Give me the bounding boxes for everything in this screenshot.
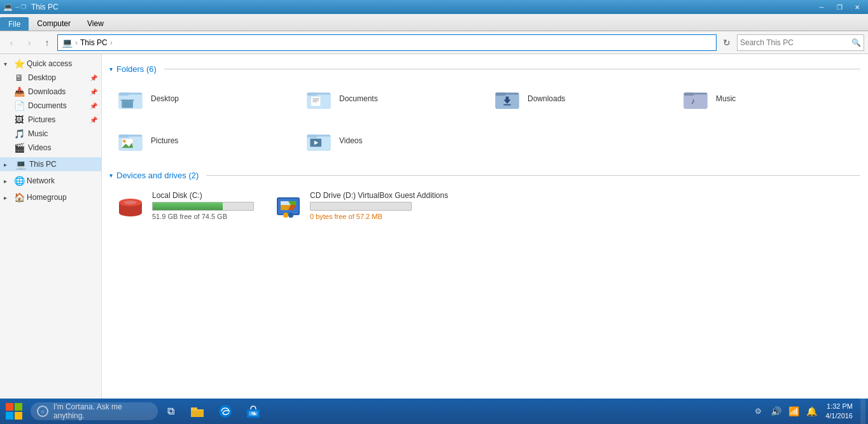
svg-point-43 — [288, 213, 293, 218]
network-section: ▸ 🌐 Network — [0, 174, 101, 188]
close-button[interactable]: ✕ — [849, 1, 865, 13]
taskbar-store[interactable]: 🛍 — [239, 399, 267, 424]
taskbar: ○ I'm Cortana. Ask me anything. ⧉ — [0, 399, 868, 424]
svg-rect-45 — [15, 403, 22, 411]
sidebar-network-label: Network — [27, 176, 55, 185]
taskbar-edge[interactable] — [211, 399, 239, 424]
downloads-folder-large-icon — [492, 83, 522, 114]
drive-c-progress-bar — [152, 202, 254, 211]
tray-settings-icon[interactable]: ⚙ — [750, 404, 766, 419]
sidebar-this-pc-label: This PC — [29, 160, 57, 169]
svg-rect-8 — [311, 97, 320, 106]
network-expand-icon: ▸ — [4, 178, 11, 185]
title-bar-minimize-icon: ─ ❐ — [15, 4, 26, 10]
content-area: ▾ Folders (6) Desk — [102, 54, 868, 399]
svg-rect-3 — [122, 101, 133, 108]
tray-volume-icon[interactable]: 🔊 — [768, 404, 783, 419]
sidebar-homegroup-label: Homegroup — [27, 193, 67, 202]
show-desktop-button[interactable] — [860, 399, 865, 424]
cortana-bar[interactable]: ○ I'm Cortana. Ask me anything. — [31, 402, 158, 420]
path-this-pc: This PC — [80, 38, 108, 47]
pictures-folder-large-icon — [115, 125, 146, 156]
drive-c-progress-fill — [153, 202, 223, 210]
network-icon: 🌐 — [14, 176, 24, 186]
svg-rect-50 — [191, 411, 204, 417]
homegroup-icon: 🏠 — [14, 192, 24, 202]
svg-rect-46 — [6, 412, 13, 420]
folders-grid: Desktop Do — [109, 79, 860, 160]
start-button[interactable] — [0, 399, 28, 424]
sidebar-item-videos[interactable]: 🎬 Videos — [0, 141, 101, 155]
folders-section: ▾ Folders (6) Desk — [109, 64, 860, 160]
ribbon: File Computer View — [0, 14, 868, 31]
folder-downloads[interactable]: Downloads — [486, 79, 672, 118]
tab-computer[interactable]: Computer — [29, 16, 79, 31]
folder-pictures[interactable]: Pictures — [109, 121, 295, 160]
desktop-folder-name: Desktop — [151, 94, 179, 103]
videos-folder-icon: 🎬 — [14, 143, 24, 153]
sidebar-homegroup[interactable]: ▸ 🏠 Homegroup — [0, 190, 101, 204]
app-icon: 💻 — [3, 2, 13, 12]
svg-point-35 — [124, 201, 137, 204]
refresh-button[interactable]: ↻ — [719, 35, 734, 50]
svg-rect-7 — [307, 92, 318, 95]
quick-access-header[interactable]: ▾ ⭐ Quick access — [0, 57, 101, 71]
address-path[interactable]: 💻 › This PC › — [57, 34, 717, 51]
title-bar-title: This PC — [31, 3, 59, 11]
search-box[interactable]: 🔍 — [737, 34, 864, 51]
search-input[interactable] — [740, 38, 851, 47]
ribbon-tabs: File Computer View — [0, 14, 868, 31]
folders-collapse-icon[interactable]: ▾ — [109, 66, 113, 73]
svg-text:♪: ♪ — [691, 96, 695, 106]
minimize-button[interactable]: ─ — [813, 1, 830, 13]
svg-rect-18 — [684, 95, 708, 109]
folder-videos[interactable]: Videos — [298, 121, 484, 160]
svg-rect-14 — [496, 92, 506, 95]
store-icon: 🛍 — [246, 404, 261, 419]
sidebar-this-pc[interactable]: ▸ 💻 This PC — [0, 157, 101, 171]
forward-button[interactable]: › — [22, 35, 37, 50]
tab-view[interactable]: View — [79, 16, 112, 31]
drive-d-details: CD Drive (D:) VirtualBox Guest Additions… — [310, 191, 448, 220]
folders-divider — [164, 69, 860, 69]
quick-access-star-icon: ⭐ — [14, 59, 24, 69]
tray-network-icon[interactable]: 📶 — [786, 404, 801, 419]
drive-c-details: Local Disk (C:) 51.9 GB free of 74.5 GB — [152, 191, 254, 220]
taskbar-file-explorer[interactable] — [183, 399, 211, 424]
drives-collapse-icon[interactable]: ▾ — [109, 172, 113, 179]
back-button[interactable]: ‹ — [4, 35, 19, 50]
search-icon[interactable]: 🔍 — [851, 38, 861, 47]
cortana-text: I'm Cortana. Ask me anything. — [53, 402, 151, 420]
quick-access-expand-icon: ▾ — [4, 60, 11, 67]
restore-button[interactable]: ❐ — [831, 1, 848, 13]
system-clock[interactable]: 1:32 PM 4/1/2016 — [822, 402, 857, 421]
sidebar-network[interactable]: ▸ 🌐 Network — [0, 174, 101, 188]
file-explorer-icon — [190, 404, 205, 419]
sidebar-item-pictures[interactable]: 🖼 Pictures 📌 — [0, 113, 101, 127]
folder-music[interactable]: ♪ Music — [675, 79, 860, 118]
sidebar-pictures-label: Pictures — [28, 115, 86, 124]
drives-divider — [206, 175, 860, 176]
sidebar-item-documents[interactable]: 📄 Documents 📌 — [0, 99, 101, 113]
downloads-pin-icon: 📌 — [90, 88, 97, 95]
title-bar-controls: ─ ❐ ✕ — [813, 1, 865, 13]
folder-desktop[interactable]: Desktop — [109, 79, 295, 118]
tray-notification-icon[interactable]: 🔔 — [804, 404, 819, 419]
sidebar-item-music[interactable]: 🎵 Music — [0, 127, 101, 141]
sidebar-item-desktop[interactable]: 🖥 Desktop 📌 — [0, 71, 101, 85]
task-view-button[interactable]: ⧉ — [158, 399, 183, 424]
path-computer-icon: 💻 — [62, 38, 73, 48]
system-tray: ⚙ 🔊 📶 🔔 1:32 PM 4/1/2016 — [750, 399, 868, 424]
cortana-icon: ○ — [37, 406, 48, 417]
tab-file[interactable]: File — [0, 17, 29, 31]
main-area: ▾ ⭐ Quick access 🖥 Desktop 📌 📥 Downloads… — [0, 54, 868, 399]
music-folder-icon: 🎵 — [14, 129, 24, 139]
drives-section-label: Devices and drives (2) — [116, 171, 199, 180]
drive-d[interactable]: CD Drive (D:) VirtualBox Guest Additions… — [267, 185, 454, 227]
folder-documents[interactable]: Documents — [298, 79, 484, 118]
drive-c[interactable]: Local Disk (C:) 51.9 GB free of 74.5 GB — [109, 185, 260, 227]
sidebar-item-downloads[interactable]: 📥 Downloads 📌 — [0, 85, 101, 99]
up-button[interactable]: ↑ — [39, 35, 55, 50]
sidebar-documents-label: Documents — [28, 101, 86, 110]
downloads-folder-name: Downloads — [528, 94, 565, 103]
